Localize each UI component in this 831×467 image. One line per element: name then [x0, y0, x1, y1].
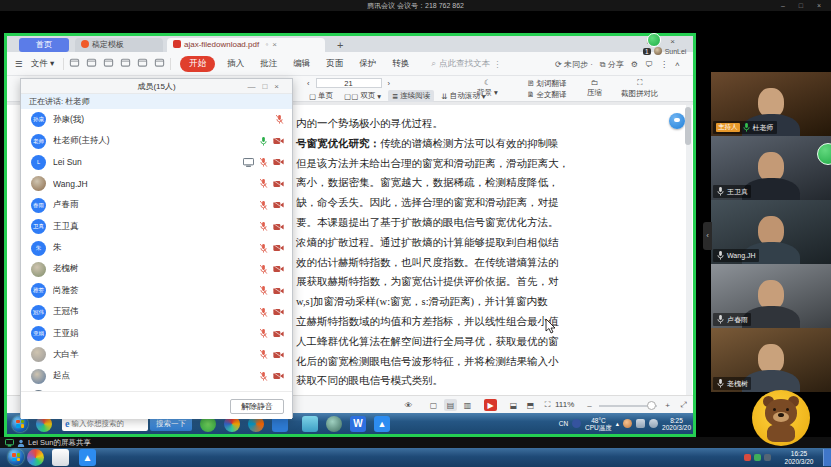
page-number-input[interactable]: 21 — [316, 78, 382, 88]
double-page-button[interactable]: ▢▢ 双页 ▾ — [340, 90, 385, 102]
continuous-read-button[interactable]: ≣ 连续阅读 — [388, 90, 434, 102]
tray-icon-gray[interactable] — [764, 454, 771, 461]
member-row[interactable]: 亚娟 王亚娟 — [21, 323, 292, 344]
colorful-sphere-app-icon[interactable] — [27, 449, 44, 466]
tray-icon-blue[interactable] — [572, 419, 581, 428]
pdf-scrollbar-thumb[interactable] — [685, 107, 691, 145]
zoom-in-icon[interactable]: + — [661, 399, 674, 411]
collapse-videos-handle[interactable]: ‹ — [703, 222, 712, 250]
show-desktop-button[interactable] — [823, 449, 831, 466]
fit-width-icon[interactable]: ⬓ — [507, 399, 520, 411]
more-icon[interactable]: ⋮ — [660, 60, 668, 69]
member-row[interactable]: 卫真 王卫真 — [21, 216, 292, 237]
member-row[interactable]: 春雨 卢春雨 — [21, 195, 292, 216]
single-layout-icon[interactable]: ▢ — [427, 399, 440, 411]
meeting-window-controls[interactable]: – □ × — [781, 0, 827, 11]
expand-icon[interactable]: ⤢ — [677, 399, 690, 411]
gear-icon[interactable]: ⚙ — [631, 60, 638, 69]
word-translate-button[interactable]: 🖹 划词翻译 — [527, 78, 567, 89]
menu-convert[interactable]: 转换 — [384, 58, 417, 70]
remote-clock[interactable]: 8:252020/3/20 — [662, 417, 691, 431]
video-thumbnail[interactable]: 卢春雨 — [711, 264, 831, 328]
member-row[interactable]: 孙康 孙康(我) — [21, 109, 292, 130]
panel-window-controls[interactable]: —□× — [247, 79, 286, 94]
video-thumbnail[interactable]: Wang.JH — [711, 200, 831, 264]
tab-home[interactable]: 首页 — [19, 38, 69, 52]
redo-icon[interactable] — [137, 57, 148, 70]
continuous-layout-icon[interactable]: ▤ — [444, 399, 457, 411]
member-row[interactable]: 朱 朱 — [21, 237, 292, 258]
folder-app-icon[interactable] — [302, 416, 318, 432]
menu-page[interactable]: 页面 — [318, 58, 351, 70]
tray-icon-green[interactable] — [754, 454, 761, 461]
prev-page-icon[interactable]: ‹ — [307, 79, 310, 88]
member-row[interactable]: 冠伟 王冠伟 — [21, 302, 292, 323]
background-button[interactable]: ☾背景 ▾ — [477, 78, 498, 98]
tab-pin-icon[interactable]: ◦ — [265, 40, 268, 49]
folder-icon[interactable] — [69, 57, 80, 70]
tray-icon-red[interactable] — [744, 454, 751, 461]
local-clock[interactable]: 16:252020/3/20 — [776, 450, 822, 465]
window-app-icon[interactable] — [52, 449, 69, 466]
snapshot-compare-button[interactable]: ⛶截图拼对比 — [621, 78, 659, 99]
meeting-headset-app-icon[interactable] — [326, 416, 342, 432]
volume-tray-icon[interactable] — [649, 419, 658, 428]
printer-icon[interactable] — [103, 57, 114, 70]
local-start-button[interactable] — [8, 449, 24, 465]
pdf-scrollbar[interactable] — [686, 105, 692, 398]
start-tab[interactable]: 开始 — [180, 56, 215, 72]
find-text-button[interactable]: ⌕ 点此查找文本 ⋮ — [431, 58, 501, 70]
vip-badge-icon[interactable] — [647, 33, 661, 47]
eye-protect-icon[interactable]: 👁 — [402, 399, 415, 411]
more-dots-icon[interactable]: ⋮ — [493, 59, 502, 69]
member-row[interactable]: 大白羊 — [21, 344, 292, 365]
full-translate-button[interactable]: 🗎 全文翻译 — [527, 89, 567, 100]
account-chip[interactable]: 1 SunLei — [643, 47, 686, 55]
member-row[interactable]: 老槐树 — [21, 259, 292, 280]
member-row[interactable]: 雅荟 尚雅荟 — [21, 280, 292, 301]
menu-annotate[interactable]: 批注 — [252, 58, 285, 70]
share-button[interactable]: ⧉ 分享 — [600, 59, 624, 70]
menu-insert[interactable]: 插入 — [219, 58, 252, 70]
fit-page-icon[interactable]: ⬒ — [524, 399, 537, 411]
play-slideshow-icon[interactable]: ▶ — [484, 399, 497, 411]
video-thumbnail[interactable]: 老槐树 — [711, 328, 831, 392]
qq-tray-icon[interactable] — [623, 419, 632, 428]
compress-button[interactable]: 🗀压缩 — [587, 78, 602, 98]
new-tab-button[interactable]: + — [331, 38, 349, 52]
tab-active-pdf[interactable]: ajax-filedownload.pdf ◦× — [167, 38, 325, 52]
unmute-button[interactable]: 解除静音 — [230, 399, 284, 414]
member-row[interactable]: 起点 — [21, 366, 292, 387]
search-input[interactable] — [71, 419, 141, 428]
file-menu[interactable]: 文件 ▾ — [27, 58, 59, 70]
network-tray-icon[interactable] — [636, 419, 645, 428]
double-layout-icon[interactable]: ▥ — [461, 399, 474, 411]
tab-close-icon[interactable]: × — [272, 40, 277, 49]
zoom-slider-knob[interactable] — [647, 401, 656, 410]
zoom-out-icon[interactable]: – — [583, 399, 596, 411]
menu-protect[interactable]: 保护 — [351, 58, 384, 70]
sync-status[interactable]: ⟳ 未同步 · — [555, 59, 593, 70]
collapse-toolbar-icon[interactable]: ˄ — [675, 60, 680, 69]
tab-gaoding[interactable]: 稿定模板 — [75, 38, 163, 52]
single-page-button[interactable]: ▢ 单页 — [305, 90, 337, 102]
member-row[interactable]: L Lei Sun — [21, 152, 292, 173]
hamburger-icon[interactable]: ☰ — [11, 59, 27, 69]
member-row[interactable]: Wang.JH — [21, 173, 292, 194]
menu-edit[interactable]: 编辑 — [285, 58, 318, 70]
tencent-meeting-app-icon[interactable]: ▲ — [374, 416, 390, 432]
comment-icon[interactable]: 🗩 — [645, 60, 653, 69]
video-thumbnail[interactable]: 王卫真 — [711, 136, 831, 200]
member-row[interactable]: 老师 杜老师(主持人) — [21, 130, 292, 151]
next-page-icon[interactable]: › — [388, 79, 391, 88]
undo-icon[interactable] — [120, 57, 131, 70]
wps-app-icon[interactable]: W — [350, 416, 366, 432]
ime-indicator[interactable]: CN — [559, 420, 568, 427]
save-icon[interactable] — [86, 57, 97, 70]
tencent-meeting-taskbar-icon[interactable]: ▲ — [79, 449, 96, 466]
fullscreen-icon[interactable]: ⛶ — [541, 399, 554, 411]
assistant-float-button[interactable] — [669, 113, 685, 129]
video-thumbnail[interactable]: 主持人 杜老师 — [711, 72, 831, 136]
tray-expand-icon[interactable]: ▴ — [616, 420, 619, 427]
refresh-icon[interactable] — [154, 57, 165, 70]
